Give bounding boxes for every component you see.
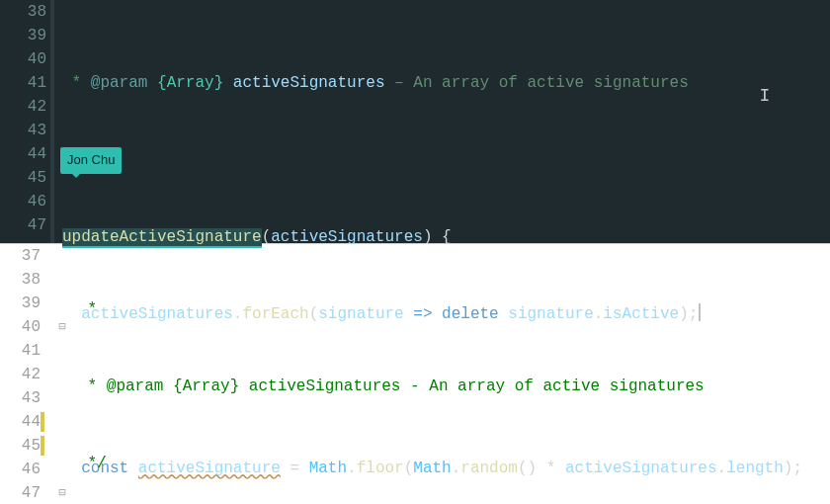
code-area-light[interactable]: * * @param {Array} activeSignatures - An… [70, 244, 830, 504]
line-number: 44 [0, 142, 46, 166]
line-number: 44 [0, 410, 41, 434]
editor-pane-light[interactable]: 37 38 39 40 41 42 43 44 45 46 47 48 ⊟ ⊟ … [0, 243, 830, 504]
line-number: 39 [0, 292, 41, 315]
gutter-dark: 38 39 40 41 42 43 44 45 46 47 [0, 0, 54, 243]
line-number: 41 [0, 339, 41, 363]
line-number: 47 [0, 481, 41, 504]
line-number: 42 [0, 363, 41, 386]
line-number: 40 [0, 47, 46, 71]
presence-badge[interactable]: Jon Chu [60, 147, 122, 174]
code-line[interactable]: */ [70, 452, 830, 475]
gutter-light: 37 38 39 40 41 42 43 44 45 46 47 48 [0, 244, 54, 504]
code-area-dark[interactable]: I * @param {Array} activeSignatures – An… [54, 0, 830, 243]
line-number: 43 [0, 386, 41, 410]
fold-column: ⊟ ⊟ [54, 244, 70, 504]
editor-pane-dark[interactable]: 38 39 40 41 42 43 44 45 46 47 I * @param… [0, 0, 830, 243]
line-number: 45 [0, 166, 46, 190]
line-number: 47 [0, 213, 46, 237]
code-line[interactable]: * @param {Array} activeSignatures – An a… [54, 71, 830, 95]
line-number: 46 [0, 190, 46, 213]
line-number: 39 [0, 24, 46, 47]
line-number: 41 [0, 71, 46, 95]
fold-toggle-icon[interactable]: ⊟ [54, 315, 70, 339]
line-number: 40 [0, 315, 41, 339]
code-line[interactable]: * @param {Array} activeSignatures - An a… [70, 375, 830, 398]
line-number: 38 [0, 0, 46, 24]
line-number: 37 [0, 244, 41, 268]
line-number: 42 [0, 95, 46, 119]
line-number: 38 [0, 268, 41, 292]
code-line[interactable]: * [70, 297, 830, 321]
line-number: 45 [0, 434, 41, 458]
code-line[interactable]: Jon Chu [54, 148, 830, 172]
fold-toggle-icon[interactable]: ⊟ [54, 481, 70, 504]
line-number: 46 [0, 458, 41, 481]
line-number: 43 [0, 119, 46, 142]
